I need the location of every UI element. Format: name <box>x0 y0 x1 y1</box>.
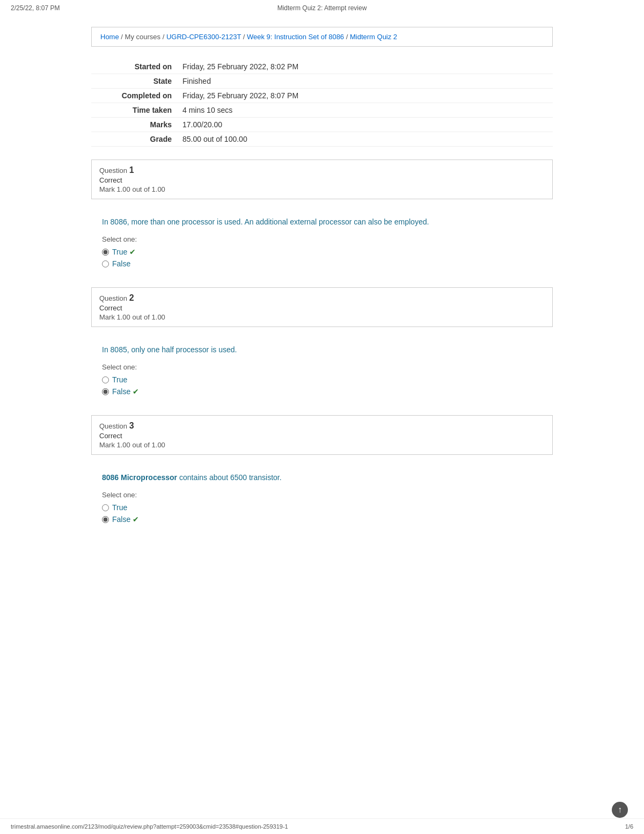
breadcrumb-sep4: / <box>346 33 350 41</box>
state-value: Finished <box>177 74 553 89</box>
question-text-2: In 8085, only one half processor is used… <box>102 344 542 356</box>
option-row-3-0: True <box>102 503 542 512</box>
summary-row-completed: Completed on Friday, 25 February 2022, 8… <box>91 89 553 103</box>
summary-table: Started on Friday, 25 February 2022, 8:0… <box>91 60 553 147</box>
grade-value: 85.00 out of 100.00 <box>177 132 553 147</box>
option-row-1-1: False <box>102 259 542 268</box>
summary-row-state: State Finished <box>91 74 553 89</box>
option-label-2-1: False <box>112 387 130 396</box>
breadcrumb-course[interactable]: UGRD-CPE6300-2123T <box>166 33 241 41</box>
grade-label: Grade <box>91 132 177 147</box>
select-one-label-3: Select one: <box>102 491 542 499</box>
question-status-2: Correct <box>99 304 545 312</box>
option-radio-3-1[interactable] <box>102 516 109 523</box>
select-one-label-1: Select one: <box>102 235 542 243</box>
question-text-3-body: contains about 6500 transistor. <box>179 473 282 482</box>
breadcrumb-sep1: / <box>121 33 125 41</box>
completed-on-value: Friday, 25 February 2022, 8:07 PM <box>177 89 553 103</box>
question-box-1: Question 1 Correct Mark 1.00 out of 1.00 <box>91 159 553 199</box>
question-text-3-highlight: 8086 Microprocessor <box>102 473 179 482</box>
option-label-3-1: False <box>112 515 130 524</box>
summary-row-time: Time taken 4 mins 10 secs <box>91 103 553 118</box>
check-icon-3-1: ✔ <box>133 515 139 524</box>
started-on-label: Started on <box>91 60 177 74</box>
question-text-3: 8086 Microprocessor contains about 6500 … <box>102 472 542 483</box>
breadcrumb-my-courses: My courses <box>125 33 160 41</box>
check-icon-1-0: ✔ <box>129 248 136 256</box>
breadcrumb: Home / My courses / UGRD-CPE6300-2123T /… <box>91 27 553 47</box>
question-text-1: In 8086, more than one processor is used… <box>102 216 542 228</box>
time-taken-value: 4 mins 10 secs <box>177 103 553 118</box>
question-label-1: Question 1 <box>99 165 545 175</box>
question-content-3: 8086 Microprocessor contains about 6500 … <box>91 463 553 538</box>
question-content-1: In 8086, more than one processor is used… <box>91 208 553 282</box>
question-mark-3: Mark 1.00 out of 1.00 <box>99 441 545 449</box>
question-mark-1: Mark 1.00 out of 1.00 <box>99 185 545 193</box>
question-box-2: Question 2 Correct Mark 1.00 out of 1.00 <box>91 287 553 327</box>
option-label-2-0: True <box>112 375 127 384</box>
marks-value: 17.00/20.00 <box>177 118 553 132</box>
page-title: Midterm Quiz 2: Attempt review <box>277 4 367 12</box>
state-label: State <box>91 74 177 89</box>
option-radio-1-1[interactable] <box>102 260 109 267</box>
breadcrumb-sep2: / <box>163 33 166 41</box>
breadcrumb-quiz[interactable]: Midterm Quiz 2 <box>350 33 397 41</box>
summary-row-marks: Marks 17.00/20.00 <box>91 118 553 132</box>
option-radio-3-0[interactable] <box>102 504 109 511</box>
option-radio-2-1[interactable] <box>102 388 109 395</box>
breadcrumb-sep3: / <box>243 33 247 41</box>
completed-on-label: Completed on <box>91 89 177 103</box>
option-row-3-1: False ✔ <box>102 515 542 524</box>
question-status-3: Correct <box>99 432 545 440</box>
option-radio-1-0[interactable] <box>102 249 109 256</box>
question-status-1: Correct <box>99 176 545 184</box>
question-label-2: Question 2 <box>99 293 545 303</box>
option-label-3-0: True <box>112 503 127 512</box>
summary-row-grade: Grade 85.00 out of 100.00 <box>91 132 553 147</box>
select-one-label-2: Select one: <box>102 363 542 371</box>
summary-row-started: Started on Friday, 25 February 2022, 8:0… <box>91 60 553 74</box>
page-timestamp: 2/25/22, 8:07 PM <box>11 4 60 12</box>
question-content-2: In 8085, only one half processor is used… <box>91 336 553 410</box>
breadcrumb-home[interactable]: Home <box>100 33 119 41</box>
option-label-1-0: True <box>112 248 127 256</box>
question-mark-2: Mark 1.00 out of 1.00 <box>99 313 545 321</box>
started-on-value: Friday, 25 February 2022, 8:02 PM <box>177 60 553 74</box>
option-label-1-1: False <box>112 259 130 268</box>
check-icon-2-1: ✔ <box>133 387 139 396</box>
question-box-3: Question 3 Correct Mark 1.00 out of 1.00 <box>91 415 553 455</box>
breadcrumb-week[interactable]: Week 9: Instruction Set of 8086 <box>247 33 344 41</box>
time-taken-label: Time taken <box>91 103 177 118</box>
option-radio-2-0[interactable] <box>102 376 109 383</box>
option-row-1-0: True ✔ <box>102 248 542 256</box>
option-row-2-0: True <box>102 375 542 384</box>
question-label-3: Question 3 <box>99 421 545 431</box>
marks-label: Marks <box>91 118 177 132</box>
option-row-2-1: False ✔ <box>102 387 542 396</box>
